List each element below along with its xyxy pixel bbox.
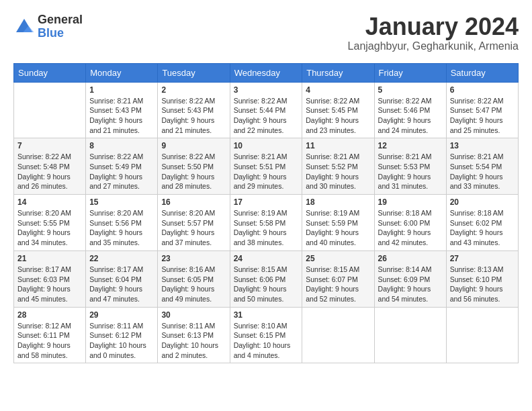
calendar-week-row: 14Sunrise: 8:20 AM Sunset: 5:55 PM Dayli… (14, 195, 519, 251)
calendar-cell: 26Sunrise: 8:14 AM Sunset: 6:09 PM Dayli… (374, 250, 446, 307)
day-info: Sunrise: 8:18 AM Sunset: 6:02 PM Dayligh… (450, 208, 515, 248)
calendar-cell: 15Sunrise: 8:20 AM Sunset: 5:56 PM Dayli… (86, 195, 158, 251)
calendar-cell: 8Sunrise: 8:22 AM Sunset: 5:49 PM Daylig… (86, 138, 158, 195)
day-info: Sunrise: 8:20 AM Sunset: 5:56 PM Dayligh… (89, 208, 154, 248)
day-info: Sunrise: 8:20 AM Sunset: 5:57 PM Dayligh… (161, 208, 226, 248)
day-number: 5 (378, 85, 443, 95)
day-number: 16 (161, 197, 226, 207)
calendar-cell: 11Sunrise: 8:21 AM Sunset: 5:52 PM Dayli… (302, 138, 374, 195)
day-number: 25 (306, 254, 370, 263)
day-number: 21 (17, 254, 82, 263)
day-number: 11 (306, 141, 370, 150)
calendar-day-header-saturday: Saturday (446, 63, 518, 82)
logo-blue-text: Blue (38, 27, 83, 40)
calendar-cell (374, 307, 446, 363)
calendar-cell: 2Sunrise: 8:22 AM Sunset: 5:43 PM Daylig… (158, 82, 230, 138)
calendar-cell: 23Sunrise: 8:16 AM Sunset: 6:05 PM Dayli… (158, 250, 230, 307)
calendar-cell (14, 82, 86, 138)
day-number: 9 (161, 141, 226, 150)
calendar-cell: 24Sunrise: 8:15 AM Sunset: 6:06 PM Dayli… (230, 250, 302, 307)
calendar-day-header-friday: Friday (374, 63, 446, 82)
day-info: Sunrise: 8:16 AM Sunset: 6:05 PM Dayligh… (161, 265, 226, 304)
calendar-cell: 3Sunrise: 8:22 AM Sunset: 5:44 PM Daylig… (230, 82, 302, 138)
day-info: Sunrise: 8:21 AM Sunset: 5:53 PM Dayligh… (378, 152, 443, 191)
day-number: 22 (89, 254, 154, 263)
day-info: Sunrise: 8:17 AM Sunset: 6:03 PM Dayligh… (17, 265, 82, 304)
calendar-cell: 5Sunrise: 8:22 AM Sunset: 5:46 PM Daylig… (374, 82, 446, 138)
calendar-cell: 30Sunrise: 8:11 AM Sunset: 6:13 PM Dayli… (158, 307, 230, 363)
day-info: Sunrise: 8:15 AM Sunset: 6:07 PM Dayligh… (306, 265, 370, 304)
calendar-cell: 29Sunrise: 8:11 AM Sunset: 6:12 PM Dayli… (86, 307, 158, 363)
calendar-day-header-tuesday: Tuesday (158, 63, 230, 82)
day-number: 6 (450, 85, 515, 95)
day-info: Sunrise: 8:15 AM Sunset: 6:06 PM Dayligh… (234, 265, 299, 304)
calendar-cell: 13Sunrise: 8:21 AM Sunset: 5:54 PM Dayli… (446, 138, 518, 195)
calendar-cell: 4Sunrise: 8:22 AM Sunset: 5:45 PM Daylig… (302, 82, 374, 138)
day-number: 12 (378, 141, 443, 150)
day-number: 13 (450, 141, 515, 150)
day-number: 24 (234, 254, 299, 263)
calendar-week-row: 28Sunrise: 8:12 AM Sunset: 6:11 PM Dayli… (14, 307, 519, 363)
month-title: January 2024 (348, 13, 519, 40)
day-number: 14 (17, 197, 82, 207)
day-number: 23 (161, 254, 226, 263)
title-block: January 2024 Lanjaghbyur, Gegharkunik, A… (348, 13, 519, 52)
day-info: Sunrise: 8:19 AM Sunset: 5:59 PM Dayligh… (306, 208, 370, 248)
day-info: Sunrise: 8:19 AM Sunset: 5:58 PM Dayligh… (234, 208, 299, 248)
day-number: 27 (450, 254, 515, 263)
calendar-day-header-thursday: Thursday (302, 63, 374, 82)
calendar-cell: 17Sunrise: 8:19 AM Sunset: 5:58 PM Dayli… (230, 195, 302, 251)
calendar-cell: 22Sunrise: 8:17 AM Sunset: 6:04 PM Dayli… (86, 250, 158, 307)
calendar-day-header-monday: Monday (86, 63, 158, 82)
logo-text: General Blue (38, 13, 83, 40)
day-number: 26 (378, 254, 443, 263)
calendar-cell: 20Sunrise: 8:18 AM Sunset: 6:02 PM Dayli… (446, 195, 518, 251)
calendar-table: SundayMondayTuesdayWednesdayThursdayFrid… (13, 63, 519, 364)
day-number: 18 (306, 197, 370, 207)
day-number: 8 (89, 141, 154, 150)
day-info: Sunrise: 8:22 AM Sunset: 5:48 PM Dayligh… (17, 152, 82, 191)
day-info: Sunrise: 8:14 AM Sunset: 6:09 PM Dayligh… (378, 265, 443, 304)
day-info: Sunrise: 8:22 AM Sunset: 5:47 PM Dayligh… (450, 96, 515, 136)
logo-icon (13, 16, 35, 38)
day-info: Sunrise: 8:11 AM Sunset: 6:13 PM Dayligh… (161, 321, 226, 361)
day-number: 20 (450, 197, 515, 207)
day-info: Sunrise: 8:21 AM Sunset: 5:52 PM Dayligh… (306, 152, 370, 191)
calendar-cell: 10Sunrise: 8:21 AM Sunset: 5:51 PM Dayli… (230, 138, 302, 195)
day-number: 19 (378, 197, 443, 207)
day-number: 3 (234, 85, 299, 95)
calendar-cell: 6Sunrise: 8:22 AM Sunset: 5:47 PM Daylig… (446, 82, 518, 138)
day-number: 29 (89, 310, 154, 320)
day-number: 7 (17, 141, 82, 150)
calendar-cell: 7Sunrise: 8:22 AM Sunset: 5:48 PM Daylig… (14, 138, 86, 195)
day-info: Sunrise: 8:12 AM Sunset: 6:11 PM Dayligh… (17, 321, 82, 361)
location-title: Lanjaghbyur, Gegharkunik, Armenia (348, 40, 519, 52)
day-info: Sunrise: 8:21 AM Sunset: 5:43 PM Dayligh… (89, 96, 154, 136)
day-info: Sunrise: 8:22 AM Sunset: 5:44 PM Dayligh… (234, 96, 299, 136)
calendar-body: 1Sunrise: 8:21 AM Sunset: 5:43 PM Daylig… (14, 82, 519, 363)
day-info: Sunrise: 8:21 AM Sunset: 5:54 PM Dayligh… (450, 152, 515, 191)
day-info: Sunrise: 8:22 AM Sunset: 5:43 PM Dayligh… (161, 96, 226, 136)
calendar-cell: 1Sunrise: 8:21 AM Sunset: 5:43 PM Daylig… (86, 82, 158, 138)
calendar-cell: 14Sunrise: 8:20 AM Sunset: 5:55 PM Dayli… (14, 195, 86, 251)
calendar-week-row: 21Sunrise: 8:17 AM Sunset: 6:03 PM Dayli… (14, 250, 519, 307)
calendar-cell: 12Sunrise: 8:21 AM Sunset: 5:53 PM Dayli… (374, 138, 446, 195)
day-info: Sunrise: 8:13 AM Sunset: 6:10 PM Dayligh… (450, 265, 515, 304)
calendar-day-header-sunday: Sunday (14, 63, 86, 82)
day-number: 17 (234, 197, 299, 207)
logo-general-text: General (38, 13, 83, 27)
calendar-cell: 25Sunrise: 8:15 AM Sunset: 6:07 PM Dayli… (302, 250, 374, 307)
calendar-cell: 31Sunrise: 8:10 AM Sunset: 6:15 PM Dayli… (230, 307, 302, 363)
day-number: 15 (89, 197, 154, 207)
day-number: 31 (234, 310, 299, 320)
calendar-cell: 19Sunrise: 8:18 AM Sunset: 6:00 PM Dayli… (374, 195, 446, 251)
day-number: 28 (17, 310, 82, 320)
day-info: Sunrise: 8:20 AM Sunset: 5:55 PM Dayligh… (17, 208, 82, 248)
calendar-cell: 21Sunrise: 8:17 AM Sunset: 6:03 PM Dayli… (14, 250, 86, 307)
day-info: Sunrise: 8:18 AM Sunset: 6:00 PM Dayligh… (378, 208, 443, 248)
day-info: Sunrise: 8:22 AM Sunset: 5:45 PM Dayligh… (306, 96, 370, 136)
day-info: Sunrise: 8:21 AM Sunset: 5:51 PM Dayligh… (234, 152, 299, 191)
calendar-day-header-wednesday: Wednesday (230, 63, 302, 82)
day-info: Sunrise: 8:11 AM Sunset: 6:12 PM Dayligh… (89, 321, 154, 361)
calendar-header: SundayMondayTuesdayWednesdayThursdayFrid… (14, 63, 519, 82)
